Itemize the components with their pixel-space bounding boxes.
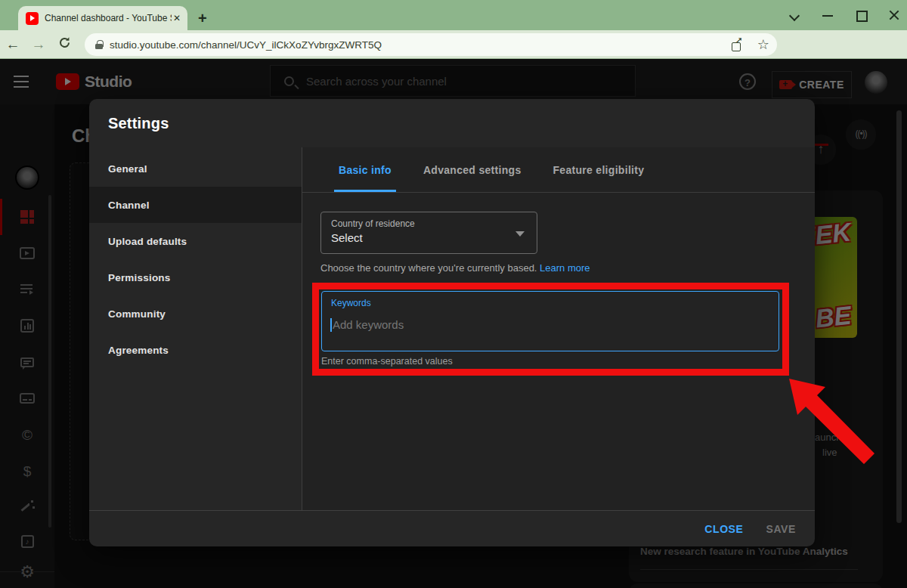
bookmark-star-icon[interactable]: ☆: [757, 39, 769, 51]
minimize-button[interactable]: [822, 10, 833, 20]
tab-title: Channel dashboard - YouTube St: [45, 13, 172, 23]
country-of-residence-dropdown[interactable]: Country of residence Select: [320, 212, 537, 254]
chevron-down-icon: [515, 231, 525, 237]
settings-nav: General Channel Upload defaults Permissi…: [89, 147, 302, 510]
annotation-red-rectangle: Keywords Enter comma-separated values: [312, 283, 789, 376]
tab-strip: Channel dashboard - YouTube St ✕ +: [0, 0, 907, 30]
new-tab-button[interactable]: +: [198, 9, 207, 27]
keywords-field[interactable]: Keywords: [321, 291, 779, 351]
nav-item-community[interactable]: Community: [89, 296, 302, 332]
nav-item-channel[interactable]: Channel: [89, 187, 302, 223]
tab-search-chevron-icon[interactable]: [789, 10, 800, 20]
keywords-label: Keywords: [331, 298, 769, 308]
url-text[interactable]: studio.youtube.com/channel/UCvY_ilCkXoZY…: [110, 39, 718, 51]
settings-tabs: Basic info Advanced settings Feature eli…: [302, 147, 815, 193]
text-cursor: [330, 318, 332, 332]
browser-tab[interactable]: Channel dashboard - YouTube St ✕: [18, 6, 187, 30]
tab-basic-info[interactable]: Basic info: [327, 147, 404, 192]
dropdown-label: Country of residence: [331, 218, 527, 229]
tab-close-icon[interactable]: ✕: [173, 13, 181, 23]
lock-icon[interactable]: [95, 40, 103, 49]
reload-button[interactable]: [51, 36, 77, 53]
country-helper-text: Choose the country where you're currentl…: [320, 262, 590, 274]
settings-footer: CLOSE SAVE: [89, 510, 815, 546]
learn-more-link[interactable]: Learn more: [540, 262, 590, 274]
back-button[interactable]: ←: [0, 36, 26, 53]
settings-dialog-header: Settings: [89, 99, 815, 147]
dialog-title: Settings: [108, 115, 169, 132]
dropdown-value: Select: [331, 231, 527, 244]
nav-item-agreements[interactable]: Agreements: [89, 332, 302, 368]
save-button[interactable]: SAVE: [766, 523, 797, 535]
nav-item-upload-defaults[interactable]: Upload defaults: [89, 223, 302, 259]
close-window-button[interactable]: [889, 10, 899, 20]
browser-toolbar: ← → studio.youtube.com/channel/UCvY_ilCk…: [0, 30, 907, 59]
tab-feature-eligibility[interactable]: Feature eligibility: [540, 147, 656, 192]
browser-window: Channel dashboard - YouTube St ✕ + ← → s…: [0, 0, 907, 588]
helper-text: Choose the country where you're currentl…: [320, 262, 540, 274]
reload-icon: [58, 36, 71, 49]
forward-button[interactable]: →: [26, 36, 51, 53]
share-icon[interactable]: [732, 39, 744, 51]
keywords-helper-text: Enter comma-separated values: [321, 356, 453, 367]
nav-item-general[interactable]: General: [89, 150, 302, 187]
keywords-input[interactable]: [331, 318, 754, 331]
youtube-favicon-icon: [26, 12, 39, 25]
tab-advanced-settings[interactable]: Advanced settings: [411, 147, 534, 192]
address-bar[interactable]: studio.youtube.com/channel/UCvY_ilCkXoZY…: [85, 33, 777, 56]
nav-item-permissions[interactable]: Permissions: [89, 259, 302, 296]
close-button[interactable]: CLOSE: [704, 523, 743, 535]
maximize-button[interactable]: [856, 10, 866, 20]
